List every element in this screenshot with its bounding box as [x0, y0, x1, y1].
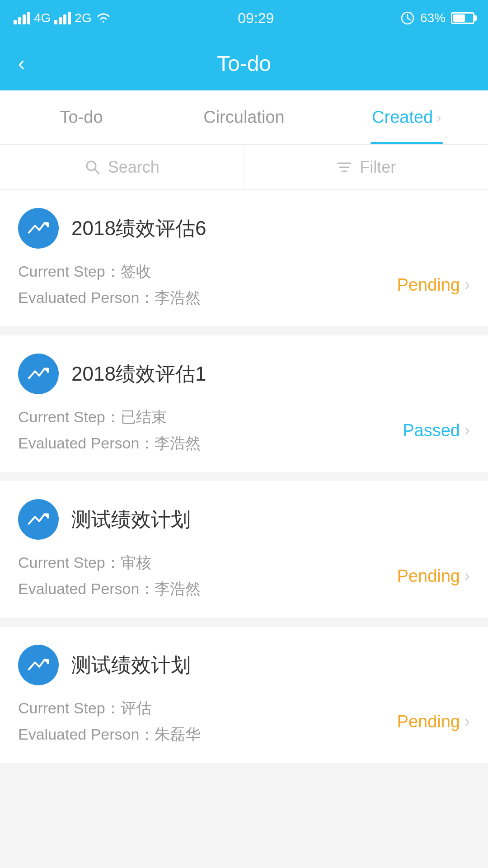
filter-label: Filter: [360, 158, 396, 177]
chevron-right-icon: ›: [465, 566, 470, 585]
search-bar: Search Filter: [0, 145, 488, 190]
status-badge: Passed: [403, 421, 460, 440]
status-badge: Pending: [397, 275, 460, 295]
clock-icon: [400, 11, 415, 25]
item-status-wrapper: Pending ›: [397, 712, 470, 731]
item-icon: [18, 208, 59, 249]
signal-icon-2g: [54, 12, 71, 24]
item-status-wrapper: Passed ›: [403, 421, 470, 440]
item-title: 测试绩效计划: [71, 506, 191, 533]
svg-line-2: [408, 18, 410, 20]
item-icon: [18, 499, 59, 540]
tab-arrow-icon: ›: [436, 109, 441, 126]
status-bar-left: 4G 2G: [14, 11, 112, 25]
back-button[interactable]: ‹: [18, 53, 25, 73]
tab-circulation[interactable]: Circulation: [163, 90, 325, 144]
wifi-icon: [95, 12, 112, 24]
tab-todo[interactable]: To-do: [0, 90, 163, 144]
item-current-step: Current Step：审核: [18, 552, 201, 573]
item-title: 2018绩效评估1: [71, 361, 206, 387]
status-bar-time: 09:29: [238, 10, 274, 27]
network-2g-label: 2G: [75, 11, 91, 25]
search-label: Search: [108, 158, 160, 177]
network-4g-label: 4G: [34, 11, 51, 25]
list-item[interactable]: 2018绩效评估6 Current Step：签收 Evaluated Pers…: [0, 190, 488, 326]
tab-created[interactable]: Created ›: [325, 90, 488, 144]
status-badge: Pending: [397, 712, 460, 731]
status-bar-right: 63%: [400, 11, 474, 25]
chevron-right-icon: ›: [465, 421, 470, 440]
chevron-right-icon: ›: [465, 275, 470, 294]
signal-icon-4g: [14, 12, 30, 24]
list-item[interactable]: 2018绩效评估1 Current Step：已结束 Evaluated Per…: [0, 335, 488, 472]
item-title: 2018绩效评估6: [71, 215, 206, 242]
header: ‹ To-do: [0, 36, 488, 90]
item-status-wrapper: Pending ›: [397, 566, 470, 586]
chevron-right-icon: ›: [465, 712, 470, 731]
battery-percent: 63%: [420, 11, 446, 25]
item-evaluated-person: Evaluated Person：李浩然: [18, 288, 201, 308]
item-icon: [18, 645, 59, 685]
search-icon: [84, 159, 101, 175]
items-list: 2018绩效评估6 Current Step：签收 Evaluated Pers…: [0, 190, 488, 763]
svg-line-4: [94, 169, 99, 174]
item-current-step: Current Step：评估: [18, 698, 201, 719]
item-status-wrapper: Pending ›: [397, 275, 470, 295]
filter-button[interactable]: Filter: [244, 145, 488, 189]
list-item[interactable]: 测试绩效计划 Current Step：评估 Evaluated Person：…: [0, 627, 488, 763]
status-badge: Pending: [397, 566, 460, 586]
item-icon: [18, 354, 59, 394]
battery-icon: [451, 12, 474, 24]
item-evaluated-person: Evaluated Person：李浩然: [18, 433, 201, 454]
item-current-step: Current Step：签收: [18, 261, 201, 282]
filter-icon: [336, 159, 352, 175]
header-title: To-do: [217, 51, 271, 76]
item-evaluated-person: Evaluated Person：朱磊华: [18, 724, 201, 745]
tabs-bar: To-do Circulation Created ›: [0, 90, 488, 145]
item-current-step: Current Step：已结束: [18, 407, 201, 428]
status-bar: 4G 2G 09:29 63%: [0, 0, 488, 36]
search-button[interactable]: Search: [0, 145, 244, 189]
item-evaluated-person: Evaluated Person：李浩然: [18, 579, 201, 599]
item-title: 测试绩效计划: [71, 652, 191, 679]
list-item[interactable]: 测试绩效计划 Current Step：审核 Evaluated Person：…: [0, 481, 488, 618]
